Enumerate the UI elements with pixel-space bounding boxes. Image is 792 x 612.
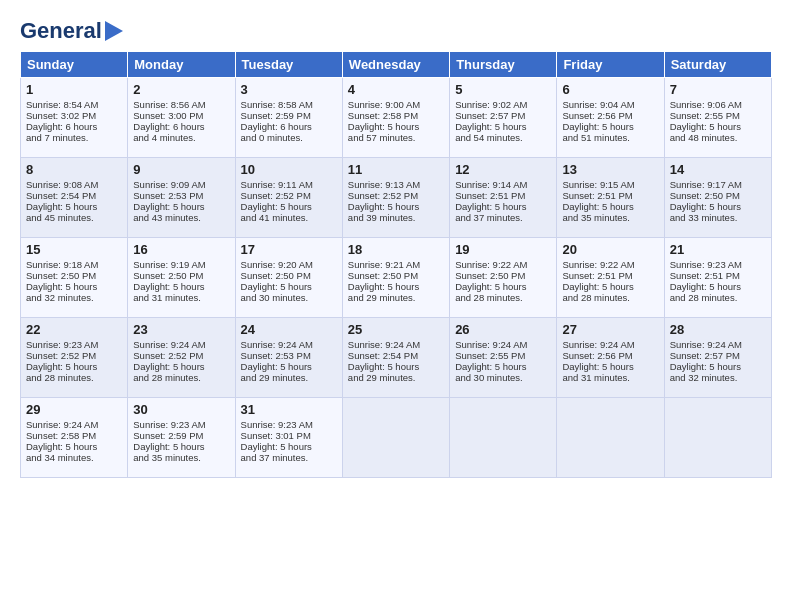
day-info-line: Sunrise: 9:18 AM — [26, 259, 122, 270]
day-number: 30 — [133, 402, 229, 417]
day-info-line: and 28 minutes. — [133, 372, 229, 383]
day-cell: 18Sunrise: 9:21 AMSunset: 2:50 PMDayligh… — [342, 238, 449, 318]
day-info-line: Daylight: 5 hours — [562, 281, 658, 292]
day-info-line: Daylight: 5 hours — [670, 361, 766, 372]
day-info-line: Sunrise: 9:24 AM — [241, 339, 337, 350]
day-info-line: Sunrise: 9:00 AM — [348, 99, 444, 110]
day-info-line: Sunset: 2:53 PM — [133, 190, 229, 201]
day-info-line: Sunset: 2:58 PM — [26, 430, 122, 441]
day-info-line: Daylight: 6 hours — [26, 121, 122, 132]
day-info-line: Sunset: 2:57 PM — [670, 350, 766, 361]
day-number: 21 — [670, 242, 766, 257]
day-cell — [557, 398, 664, 478]
day-info-line: Daylight: 5 hours — [455, 201, 551, 212]
day-cell: 11Sunrise: 9:13 AMSunset: 2:52 PMDayligh… — [342, 158, 449, 238]
day-info-line: and 29 minutes. — [348, 372, 444, 383]
day-info-line: Sunrise: 9:22 AM — [562, 259, 658, 270]
day-info-line: and 39 minutes. — [348, 212, 444, 223]
day-info-line: Sunset: 2:52 PM — [133, 350, 229, 361]
day-cell: 8Sunrise: 9:08 AMSunset: 2:54 PMDaylight… — [21, 158, 128, 238]
day-info-line: and 35 minutes. — [133, 452, 229, 463]
day-info-line: Sunrise: 9:21 AM — [348, 259, 444, 270]
logo-arrow-icon — [105, 21, 123, 41]
col-header-friday: Friday — [557, 52, 664, 78]
day-info-line: Daylight: 5 hours — [670, 201, 766, 212]
page: General SundayMondayTuesdayWednesdayThur… — [0, 0, 792, 488]
day-number: 25 — [348, 322, 444, 337]
day-info-line: Sunrise: 9:08 AM — [26, 179, 122, 190]
day-info-line: and 57 minutes. — [348, 132, 444, 143]
day-info-line: Sunset: 2:55 PM — [455, 350, 551, 361]
day-cell: 20Sunrise: 9:22 AMSunset: 2:51 PMDayligh… — [557, 238, 664, 318]
day-info-line: Sunset: 2:51 PM — [562, 270, 658, 281]
day-info-line: Sunrise: 8:54 AM — [26, 99, 122, 110]
day-number: 16 — [133, 242, 229, 257]
day-number: 15 — [26, 242, 122, 257]
day-cell: 17Sunrise: 9:20 AMSunset: 2:50 PMDayligh… — [235, 238, 342, 318]
day-cell: 12Sunrise: 9:14 AMSunset: 2:51 PMDayligh… — [450, 158, 557, 238]
day-info-line: Sunrise: 9:23 AM — [26, 339, 122, 350]
day-info-line: Sunrise: 9:24 AM — [133, 339, 229, 350]
day-info-line: and 28 minutes. — [562, 292, 658, 303]
day-info-line: and 51 minutes. — [562, 132, 658, 143]
day-info-line: Sunset: 2:50 PM — [241, 270, 337, 281]
day-info-line: and 32 minutes. — [26, 292, 122, 303]
day-cell: 23Sunrise: 9:24 AMSunset: 2:52 PMDayligh… — [128, 318, 235, 398]
day-info-line: and 37 minutes. — [241, 452, 337, 463]
day-info-line: and 31 minutes. — [562, 372, 658, 383]
day-info-line: Sunset: 2:53 PM — [241, 350, 337, 361]
day-info-line: and 31 minutes. — [133, 292, 229, 303]
day-info-line: Daylight: 5 hours — [241, 361, 337, 372]
week-row-1: 1Sunrise: 8:54 AMSunset: 3:02 PMDaylight… — [21, 78, 772, 158]
day-number: 24 — [241, 322, 337, 337]
week-row-2: 8Sunrise: 9:08 AMSunset: 2:54 PMDaylight… — [21, 158, 772, 238]
day-info-line: Daylight: 5 hours — [562, 361, 658, 372]
logo: General — [20, 18, 123, 39]
day-info-line: Daylight: 5 hours — [455, 281, 551, 292]
day-cell: 29Sunrise: 9:24 AMSunset: 2:58 PMDayligh… — [21, 398, 128, 478]
day-info-line: Sunrise: 9:24 AM — [455, 339, 551, 350]
day-info-line: Daylight: 5 hours — [26, 441, 122, 452]
day-info-line: Daylight: 5 hours — [133, 201, 229, 212]
day-info-line: Daylight: 5 hours — [670, 281, 766, 292]
col-header-thursday: Thursday — [450, 52, 557, 78]
day-cell: 10Sunrise: 9:11 AMSunset: 2:52 PMDayligh… — [235, 158, 342, 238]
day-number: 12 — [455, 162, 551, 177]
day-info-line: Sunrise: 9:11 AM — [241, 179, 337, 190]
day-info-line: Sunrise: 9:09 AM — [133, 179, 229, 190]
day-info-line: Sunrise: 9:15 AM — [562, 179, 658, 190]
day-info-line: Sunset: 2:51 PM — [562, 190, 658, 201]
day-info-line: Sunrise: 9:13 AM — [348, 179, 444, 190]
day-info-line: Sunset: 2:52 PM — [241, 190, 337, 201]
day-info-line: Sunset: 3:01 PM — [241, 430, 337, 441]
day-cell: 7Sunrise: 9:06 AMSunset: 2:55 PMDaylight… — [664, 78, 771, 158]
col-header-wednesday: Wednesday — [342, 52, 449, 78]
day-info-line: Daylight: 5 hours — [562, 201, 658, 212]
day-number: 27 — [562, 322, 658, 337]
day-cell: 2Sunrise: 8:56 AMSunset: 3:00 PMDaylight… — [128, 78, 235, 158]
day-info-line: Sunset: 2:54 PM — [26, 190, 122, 201]
day-info-line: Sunset: 2:54 PM — [348, 350, 444, 361]
week-row-4: 22Sunrise: 9:23 AMSunset: 2:52 PMDayligh… — [21, 318, 772, 398]
day-cell — [450, 398, 557, 478]
day-info-line: Sunrise: 9:24 AM — [26, 419, 122, 430]
day-number: 6 — [562, 82, 658, 97]
day-info-line: Sunset: 2:50 PM — [455, 270, 551, 281]
day-cell: 24Sunrise: 9:24 AMSunset: 2:53 PMDayligh… — [235, 318, 342, 398]
day-info-line: Sunrise: 8:56 AM — [133, 99, 229, 110]
header: General — [20, 18, 772, 39]
day-info-line: Daylight: 5 hours — [26, 281, 122, 292]
day-info-line: Daylight: 5 hours — [670, 121, 766, 132]
day-info-line: Sunset: 2:58 PM — [348, 110, 444, 121]
day-number: 13 — [562, 162, 658, 177]
day-info-line: Daylight: 5 hours — [241, 441, 337, 452]
day-cell: 15Sunrise: 9:18 AMSunset: 2:50 PMDayligh… — [21, 238, 128, 318]
day-info-line: Sunrise: 9:23 AM — [670, 259, 766, 270]
day-info-line: and 30 minutes. — [241, 292, 337, 303]
day-cell: 1Sunrise: 8:54 AMSunset: 3:02 PMDaylight… — [21, 78, 128, 158]
day-info-line: Sunrise: 9:19 AM — [133, 259, 229, 270]
day-info-line: and 30 minutes. — [455, 372, 551, 383]
day-info-line: Sunset: 2:51 PM — [455, 190, 551, 201]
day-info-line: and 0 minutes. — [241, 132, 337, 143]
day-info-line: Sunrise: 9:23 AM — [133, 419, 229, 430]
